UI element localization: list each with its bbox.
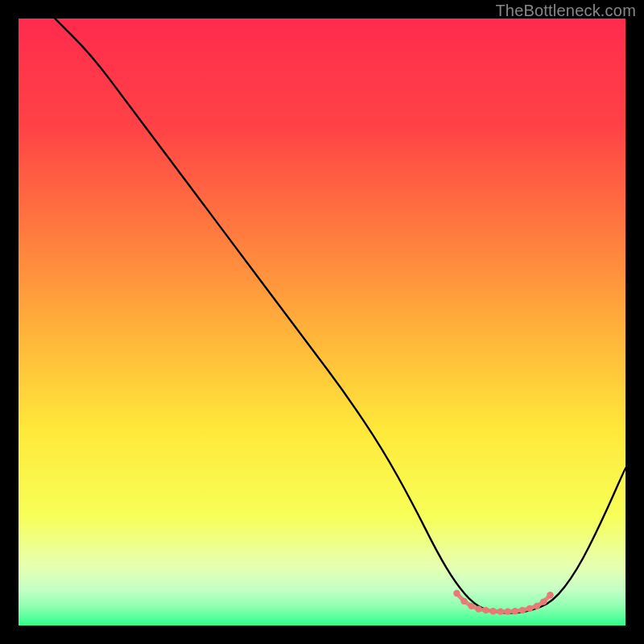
svg-point-7 (497, 608, 503, 614)
svg-point-3 (468, 603, 474, 609)
svg-point-1 (453, 590, 460, 597)
svg-point-12 (534, 603, 540, 609)
curve-layer (19, 19, 625, 625)
svg-point-2 (460, 598, 467, 605)
marker-points (453, 590, 554, 615)
svg-point-4 (475, 605, 481, 612)
svg-point-13 (540, 598, 547, 605)
bottleneck-curve (55, 19, 625, 613)
svg-point-9 (512, 608, 518, 614)
svg-point-5 (482, 607, 489, 613)
plot-area (19, 19, 625, 625)
attribution-text: TheBottleneck.com (495, 2, 636, 20)
svg-point-11 (526, 605, 533, 612)
svg-point-10 (519, 607, 526, 613)
chart-container: TheBottleneck.com (0, 0, 644, 644)
svg-point-14 (547, 592, 553, 598)
svg-point-6 (489, 608, 496, 614)
svg-point-8 (505, 608, 511, 614)
